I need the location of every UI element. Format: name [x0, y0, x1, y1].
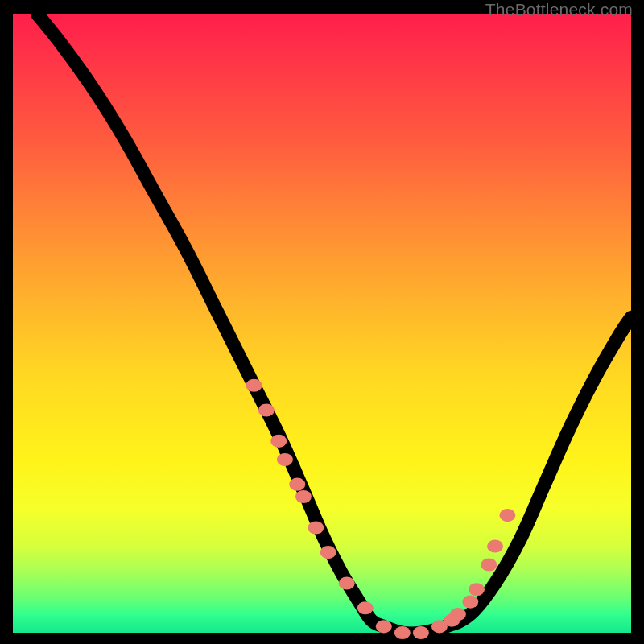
marker-dot	[258, 403, 275, 416]
marker-dot	[481, 558, 497, 571]
marker-dot	[376, 620, 392, 633]
chart-stage: TheBottleneck.com	[0, 0, 644, 644]
marker-dot	[357, 601, 374, 614]
marker-layer	[13, 14, 631, 633]
marker-dot	[308, 521, 324, 534]
marker-dot	[499, 509, 515, 522]
marker-dot	[320, 546, 336, 559]
marker-dot	[295, 490, 312, 503]
marker-dot	[487, 539, 503, 552]
marker-dot	[462, 596, 478, 609]
plot-area	[13, 14, 631, 633]
marker-dot	[413, 626, 429, 639]
watermark-text: TheBottleneck.com	[485, 0, 633, 19]
marker-dot	[277, 453, 293, 466]
marker-dot	[469, 583, 485, 596]
marker-dot	[270, 435, 287, 448]
marker-dot	[289, 478, 305, 491]
marker-dot	[394, 626, 411, 639]
marker-dot	[339, 576, 355, 589]
marker-dot	[450, 608, 466, 621]
marker-dot	[246, 379, 262, 392]
